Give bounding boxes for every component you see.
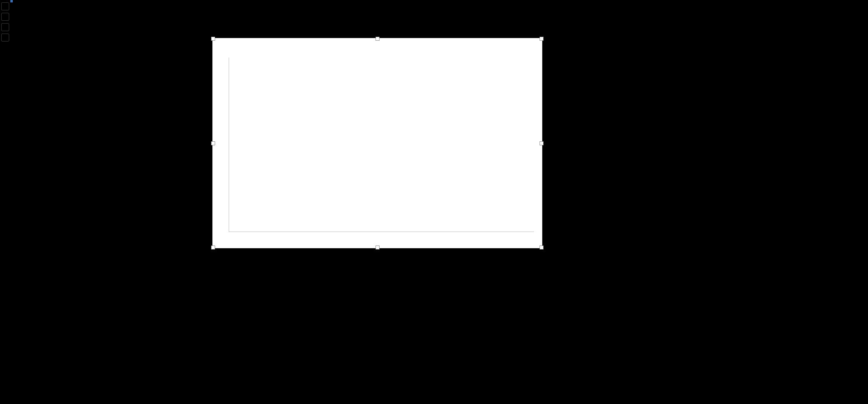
selection-fill-handle[interactable] <box>10 0 13 2</box>
chart-resize-handle[interactable] <box>376 246 380 250</box>
chart-plot-area[interactable] <box>229 57 534 232</box>
x-axis-line <box>229 232 534 232</box>
chart-resize-handle[interactable] <box>540 141 544 145</box>
chart-resize-handle[interactable] <box>211 246 215 250</box>
toolbar-icon[interactable] <box>1 34 9 42</box>
column-selection-outline-a <box>10 0 12 2</box>
toolbar-icon[interactable] <box>1 23 9 31</box>
chart-resize-handle[interactable] <box>211 141 215 145</box>
chart-resize-handle[interactable] <box>540 246 544 250</box>
toolbar-icon[interactable] <box>1 13 9 21</box>
toolbar-icon[interactable] <box>1 2 9 10</box>
embedded-chart[interactable] <box>212 38 542 248</box>
column-selection-outline-b <box>10 0 12 2</box>
y-axis-line <box>229 57 229 232</box>
chart-resize-handle[interactable] <box>540 37 544 41</box>
chart-resize-handle[interactable] <box>211 37 215 41</box>
chart-resize-handle[interactable] <box>376 37 380 41</box>
